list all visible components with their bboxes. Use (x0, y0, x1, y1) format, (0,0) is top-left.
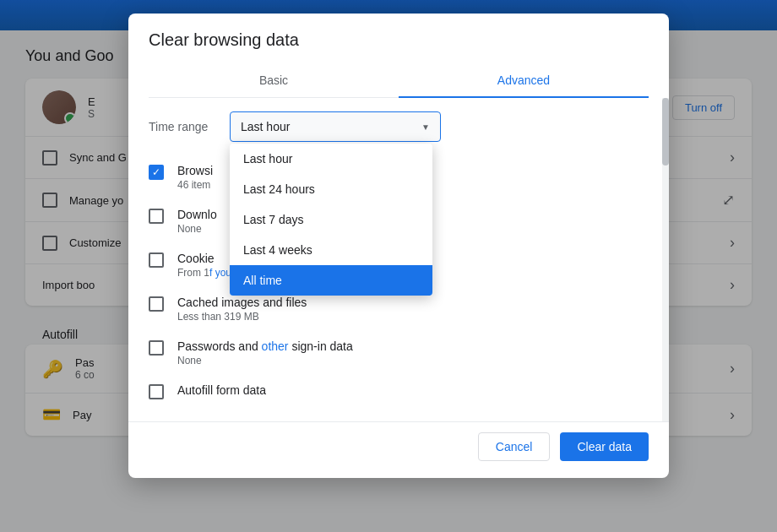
checkbox-passwords[interactable] (149, 340, 164, 356)
dropdown-item-last-7-days[interactable]: Last 7 days (230, 204, 432, 235)
clear-data-button[interactable]: Clear data (560, 432, 649, 461)
cancel-button[interactable]: Cancel (478, 432, 551, 461)
tab-advanced-label: Advanced (497, 73, 550, 87)
checkbox-autofill[interactable] (149, 384, 164, 399)
tab-advanced[interactable]: Advanced (399, 63, 649, 97)
dropdown-item-last-4-weeks[interactable]: Last 4 weeks (230, 235, 432, 265)
time-range-dropdown: Last hour Last 24 hours Last 7 days Last… (230, 144, 432, 296)
tab-basic[interactable]: Basic (149, 63, 399, 97)
time-range-row: Time range Last hour ▼ Last hour Last 24… (149, 111, 649, 142)
dialog-header: Clear browsing data Basic Advanced (128, 14, 669, 98)
passwords-label-highlight: other (262, 339, 289, 353)
checkbox-download[interactable] (149, 209, 164, 224)
passwords-label-suffix: sign-in data (289, 339, 353, 353)
check-sub-cached: Less than 319 MB (177, 311, 635, 323)
dropdown-item-all-time[interactable]: All time (230, 265, 432, 296)
check-row-autofill: Autofill form data (149, 375, 635, 408)
check-title-passwords: Passwords and other sign-in data (177, 339, 635, 353)
check-text-autofill: Autofill form data (177, 383, 635, 397)
check-row-passwords: Passwords and other sign-in data None (149, 331, 635, 375)
dropdown-item-last-hour[interactable]: Last hour (230, 144, 432, 174)
passwords-label-prefix: Passwords and (177, 339, 262, 353)
check-text-cached: Cached images and files Less than 319 MB (177, 296, 635, 323)
time-range-select-wrapper: Last hour ▼ Last hour Last 24 hours Last… (230, 111, 441, 142)
checkbox-cookies[interactable] (149, 252, 164, 268)
select-value: Last hour (241, 120, 290, 133)
clear-browsing-data-dialog: Clear browsing data Basic Advanced Time … (128, 14, 669, 478)
dialog-body: Time range Last hour ▼ Last hour Last 24… (128, 98, 669, 421)
check-title-autofill: Autofill form data (177, 383, 635, 397)
dropdown-arrow-icon: ▼ (421, 122, 430, 132)
check-sub-passwords: None (177, 355, 635, 366)
dialog-tabs: Basic Advanced (149, 63, 649, 98)
checkbox-cached[interactable] (149, 296, 164, 312)
tab-basic-label: Basic (259, 73, 288, 87)
cookies-sub-prefix: From 1 (177, 267, 209, 279)
check-title-cached: Cached images and files (177, 296, 635, 309)
checkbox-browsing[interactable]: ✓ (149, 165, 164, 180)
dialog-title: Clear browsing data (149, 30, 649, 50)
dropdown-item-last-24-hours[interactable]: Last 24 hours (230, 174, 432, 204)
time-range-select[interactable]: Last hour ▼ (230, 111, 441, 142)
time-range-label: Time range (149, 120, 216, 133)
scrollbar-track[interactable] (662, 98, 669, 421)
check-text-passwords: Passwords and other sign-in data None (177, 339, 635, 366)
scrollbar-thumb[interactable] (662, 98, 669, 166)
dialog-footer: Cancel Clear data (128, 421, 669, 478)
